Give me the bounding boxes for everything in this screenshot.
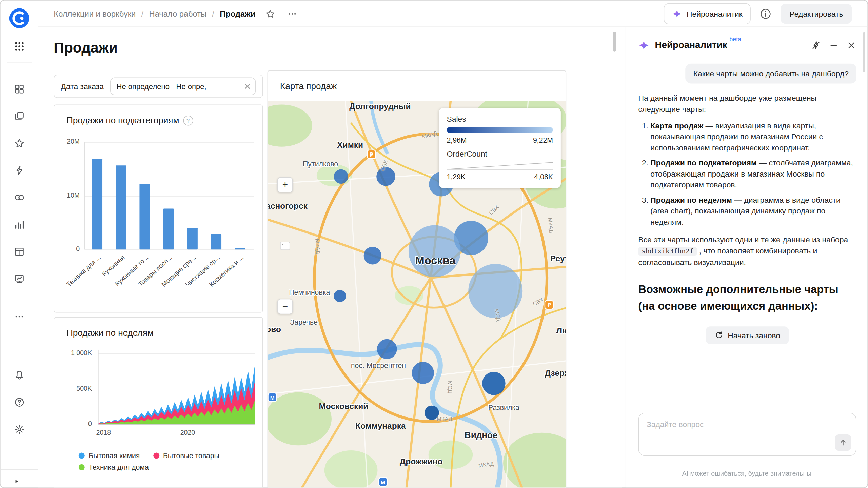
breadcrumb-current: Продажи bbox=[220, 9, 255, 18]
map-chart-card: Карта продаж bbox=[268, 70, 567, 488]
sales-gradient bbox=[447, 127, 553, 133]
map-place-label: Долгопрудный bbox=[349, 101, 411, 111]
date-filter-label: Дата заказа bbox=[61, 82, 104, 91]
chat-header: Нейроаналитик beta bbox=[638, 37, 856, 54]
paragraph-text: Все эти чарты используют одни и те же да… bbox=[638, 235, 848, 244]
help-icon[interactable]: ? bbox=[183, 116, 193, 125]
map-transport-badge: ₽ bbox=[368, 150, 375, 158]
expand-sidebar-icon[interactable] bbox=[13, 477, 21, 487]
legend-item[interactable]: Бытовые товары bbox=[153, 451, 219, 460]
legend-item[interactable]: Техника для дома bbox=[79, 463, 149, 471]
apps-grid-icon[interactable] bbox=[14, 41, 25, 52]
bar-mark bbox=[163, 209, 174, 249]
user-message-bubble: Какие чарты можно добавить на дашборд? bbox=[686, 64, 856, 84]
edit-button[interactable]: Редактировать bbox=[781, 4, 852, 24]
workbooks-icon[interactable] bbox=[14, 111, 25, 122]
ordercount-size-scale bbox=[447, 162, 553, 170]
chat-input-box[interactable] bbox=[638, 413, 856, 456]
bar-mark bbox=[187, 228, 198, 249]
datalens-logo-icon[interactable] bbox=[9, 8, 29, 28]
ordercount-min: 1,29K bbox=[447, 172, 466, 181]
favorites-star-icon[interactable] bbox=[14, 138, 25, 149]
zoom-in-button[interactable]: + bbox=[277, 177, 293, 192]
charts-icon[interactable] bbox=[14, 219, 25, 230]
chart-list: Карта продаж — визуализация в виде карты… bbox=[638, 120, 856, 227]
dataset-id-chip[interactable]: shdtxik3fhn2f bbox=[638, 247, 697, 256]
map-bubble bbox=[482, 372, 506, 395]
assistant-paragraph: Все эти чарты используют одни и те же да… bbox=[638, 234, 856, 268]
more-icon[interactable] bbox=[14, 311, 25, 322]
more-menu-icon[interactable] bbox=[288, 8, 297, 18]
restart-button[interactable]: Начать заново bbox=[706, 326, 789, 344]
legend-item[interactable]: Бытовая химия bbox=[79, 451, 140, 460]
list-item: Карта продаж — визуализация в виде карты… bbox=[650, 120, 856, 153]
chart-name: Продажи по неделям bbox=[650, 195, 732, 204]
bolt-slash-icon[interactable] bbox=[811, 40, 821, 50]
bar-x-label: Техника для ... bbox=[52, 254, 102, 300]
ai-disclaimer: AI может ошибаться, будьте внимательны bbox=[626, 470, 868, 477]
date-filter-input[interactable]: Не определено - Не опре, bbox=[111, 78, 256, 95]
datasets-table-icon[interactable] bbox=[14, 246, 25, 258]
connections-icon[interactable] bbox=[14, 192, 25, 203]
breadcrumb-getting-started[interactable]: Начало работы bbox=[149, 9, 206, 18]
map-place-label: Немчиновка bbox=[289, 288, 330, 297]
minimize-icon[interactable] bbox=[829, 40, 839, 50]
map-road-label: СВХ bbox=[488, 204, 500, 216]
map-bubble bbox=[334, 290, 346, 302]
neuroanalyst-button[interactable]: Нейроаналитик bbox=[664, 3, 751, 24]
map-place-label: пос. Мосрентген bbox=[351, 361, 406, 369]
map-legend: Sales 2,96M 9,22M OrderCount 1,29K 4,08K bbox=[439, 108, 561, 188]
y-tick: 0 bbox=[54, 245, 80, 253]
area-chart-card: Продажи по неделям 1 000K 500K 0 2018202… bbox=[54, 317, 263, 488]
favorite-star-icon[interactable] bbox=[265, 8, 275, 18]
collections-icon[interactable] bbox=[14, 84, 25, 95]
close-icon[interactable] bbox=[846, 40, 856, 50]
legend-label: Техника для дома bbox=[88, 463, 149, 471]
sidebar-divider bbox=[0, 469, 38, 470]
quick-actions-bolt-icon[interactable] bbox=[14, 165, 25, 176]
breadcrumb-separator: / bbox=[141, 9, 144, 18]
chat-input[interactable] bbox=[646, 419, 851, 443]
legend-dot-pink bbox=[153, 453, 159, 459]
info-icon[interactable] bbox=[760, 7, 772, 20]
clear-filter-icon[interactable] bbox=[244, 83, 251, 90]
bar-x-label: Моющие сре... bbox=[147, 254, 197, 300]
dashboard-area: Продажи Дата заказа Не определено - Не о… bbox=[38, 27, 622, 488]
neuroanalyst-panel: Нейроаналитик beta Какие чарты можно доб… bbox=[626, 27, 867, 487]
map-transport-badge: ₽ bbox=[545, 301, 553, 309]
y-tick: 20M bbox=[54, 138, 80, 146]
map-road-label: СВХ bbox=[532, 297, 544, 307]
bar-x-label: Товары посл... bbox=[123, 254, 173, 300]
ordercount-max: 4,08K bbox=[534, 172, 553, 181]
settings-gear-icon[interactable] bbox=[14, 424, 25, 435]
chat-scrollbar[interactable] bbox=[863, 32, 865, 72]
map-bubble bbox=[364, 247, 381, 264]
send-button[interactable] bbox=[835, 434, 851, 451]
sales-max: 9,22M bbox=[533, 136, 553, 144]
zoom-out-button[interactable]: − bbox=[277, 299, 293, 314]
map-canvas[interactable]: МКАДМКАДМКАДМКАДМКАДСВХСВХСВХМСДМСДДолго… bbox=[268, 101, 566, 488]
map-place-label: Дрожжино bbox=[400, 456, 443, 466]
help-circle-icon[interactable] bbox=[14, 397, 25, 408]
bar-x-label: Кухонная bbox=[76, 254, 125, 300]
bar-mark bbox=[211, 234, 221, 249]
date-filter-value: Не определено - Не опре, bbox=[116, 82, 241, 90]
map-place-label: Одинцово bbox=[268, 324, 281, 334]
dashboards-monitor-icon[interactable] bbox=[14, 273, 25, 285]
notifications-bell-icon[interactable] bbox=[14, 370, 25, 381]
map-place-label: Коммунарка bbox=[355, 421, 406, 430]
list-item: Продажи по неделям — диаграмма в виде об… bbox=[650, 194, 856, 227]
restart-button-label: Начать заново bbox=[728, 330, 780, 341]
area-xticks: 20182020 bbox=[98, 429, 255, 438]
bar-x-label: Чистящие ср... bbox=[171, 254, 221, 300]
map-place-label: Путилково bbox=[303, 160, 338, 168]
zoom-slider-handle[interactable] bbox=[280, 242, 290, 250]
chat-panel-title: Нейроаналитик bbox=[655, 40, 727, 51]
breadcrumb-collections[interactable]: Коллекции и воркбуки bbox=[54, 9, 136, 18]
chart-name: Продажи по подкатегориям bbox=[650, 158, 756, 167]
y-tick: 500K bbox=[59, 385, 92, 392]
area-chart-title: Продажи по неделям bbox=[66, 328, 154, 338]
main-scrollbar[interactable] bbox=[613, 32, 616, 52]
suggestions-heading: Возможные дополнительные чарты (на основ… bbox=[638, 281, 856, 314]
map-place-label: Люберцы bbox=[556, 326, 566, 336]
